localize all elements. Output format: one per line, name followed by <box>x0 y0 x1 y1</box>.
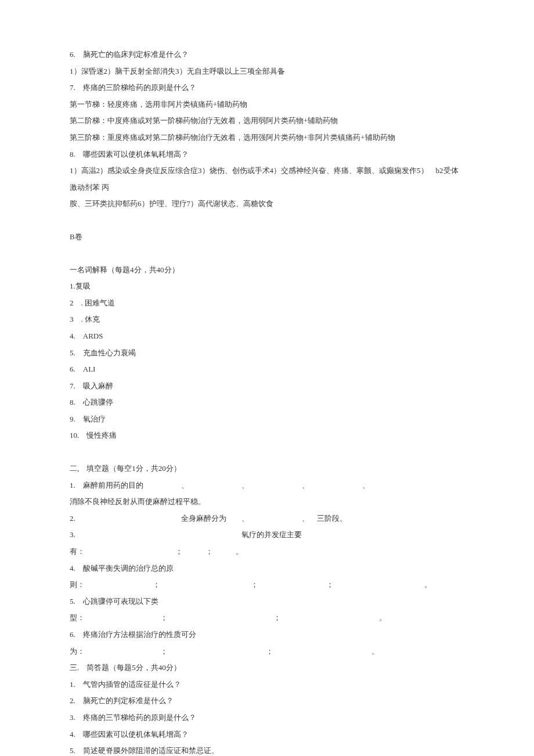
fill-item-4b: 则： ； ； ； 。 <box>70 577 464 593</box>
part2-title: 二, 填空题（每空1分，共20分） <box>70 460 464 477</box>
q7-line3: 第三阶梯：重度疼痛或对第二阶梯药物治疗无效着，选用强阿片类药物+非阿片类镇痛药+… <box>70 129 464 146</box>
fill-item-2: 2. 全身麻醉分为 、 、 三阶段。 <box>70 510 464 527</box>
q7-question: 7. 疼痛的三阶梯给药的原则是什么？ <box>70 80 464 96</box>
fill-item-1b: 消除不良神经反射从而使麻醉过程平稳。 <box>70 494 464 510</box>
term-item: 7. 吸入麻醉 <box>70 378 464 395</box>
q8-question: 8. 哪些因素可以使机体氧耗增高？ <box>70 146 464 163</box>
q8-answer1: 1）高温2）感染或全身炎症反应综合症3）烧伤、创伤或手术4）交感神经兴奋、疼痛、… <box>70 163 464 196</box>
fill-item-6a: 6. 疼痛治疗方法根据治疗的性质可分 <box>70 627 464 643</box>
short-question: 4. 哪些因素可以使机体氧耗增高？ <box>70 726 464 743</box>
term-item: 10. 慢性疼痛 <box>70 427 464 444</box>
fill-item-6b: 为： ； ； 。 <box>70 643 464 660</box>
short-question: 5. 简述硬脊膜外隙阻滞的适应证和禁忌证。 <box>70 743 464 756</box>
short-question: 3. 疼痛的三节梯给药的原则是什么？ <box>70 710 464 726</box>
fill-item-5: 5. 心跳骤停可表现以下类型： ； ； 。 <box>70 593 464 627</box>
fill-item-3: 3. 氧疗的并发症主要有： ； ； 。 <box>70 527 464 560</box>
part3-title: 三. 简答题（每题5分，共40分） <box>70 660 464 676</box>
q6-answer: 1）深昏迷2）脑干反射全部消失3）无自主呼吸以上三项全部具备 <box>70 63 464 80</box>
short-question: 2. 脑死亡的判定标准是什么？ <box>70 693 464 710</box>
term-item: 4. ARDS <box>70 328 464 345</box>
term-item: 2 . 困难气道 <box>70 295 464 312</box>
term-item: 9. 氧治疗 <box>70 411 464 428</box>
q8-answer2: 胺、三环类抗抑郁药6）护理、理疗7）高代谢状态、高糖饮食 <box>70 196 464 213</box>
term-item: 1.复吸 <box>70 278 464 295</box>
section-b-title: B卷 <box>70 229 464 246</box>
fill-item-4a: 4. 酸碱平衡失调的治疗总的原 <box>70 560 464 577</box>
term-item: 3 . 休克 <box>70 311 464 328</box>
term-item: 8. 心跳骤停 <box>70 394 464 411</box>
fill-item-1a: 1. 麻醉前用药的目的 、 、 、 、 <box>70 477 464 494</box>
term-item: 6. ALI <box>70 361 464 378</box>
part1-title: 一名词解释（每题4分，共40分） <box>70 262 464 279</box>
term-item: 5. 充血性心力衰竭 <box>70 345 464 362</box>
q7-line1: 第一节梯：轻度疼痛，选用非阿片类镇痛药+辅助药物 <box>70 96 464 113</box>
q7-line2: 第二阶梯：中度疼痛或对第一阶梯药物治疗无效着，选用弱阿片类药物+辅助药物 <box>70 113 464 129</box>
q6-question: 6. 脑死亡的临床判定标准是什么？ <box>70 46 464 63</box>
short-question: 1. 气管内插管的适应征是什么？ <box>70 676 464 693</box>
